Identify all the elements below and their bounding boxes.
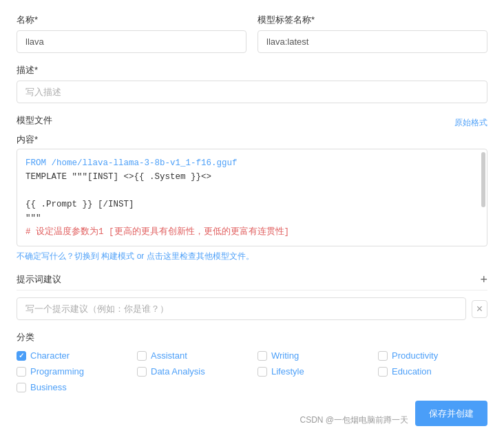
code-line-2: TEMPLATE """[INST] <>{{ .System }}<> (25, 170, 479, 184)
category-programming[interactable]: Programming (17, 366, 126, 377)
desc-label: 描述* (17, 64, 487, 76)
checkbox-business[interactable] (17, 383, 26, 392)
label-lifestyle: Lifestyle (271, 366, 304, 377)
prompt-input[interactable] (17, 297, 466, 320)
category-grid: Character Assistant Writing Productivity… (17, 350, 487, 392)
model-file-header: 模型文件 原始格式 (17, 114, 487, 131)
label-productivity: Productivity (392, 350, 438, 361)
label-writing: Writing (271, 350, 299, 361)
checkbox-assistant[interactable] (137, 351, 147, 361)
add-prompt-button[interactable]: + (480, 273, 487, 286)
category-assistant[interactable]: Assistant (137, 350, 246, 361)
category-lifestyle[interactable]: Lifestyle (258, 366, 367, 377)
name-input[interactable] (17, 30, 246, 53)
desc-group: 描述* (17, 64, 487, 103)
category-productivity[interactable]: Productivity (378, 350, 487, 361)
prompt-header: 提示词建议 + (17, 273, 487, 291)
name-label: 名称* (17, 14, 246, 26)
checkbox-productivity[interactable] (378, 351, 388, 361)
label-assistant: Assistant (151, 350, 187, 361)
name-group: 名称* (17, 14, 246, 53)
category-data-analysis[interactable]: Data Analysis (137, 366, 246, 377)
prompt-section: 提示词建议 + × (17, 273, 487, 320)
desc-input[interactable] (17, 81, 487, 103)
remove-prompt-button[interactable]: × (472, 300, 487, 318)
checkbox-writing[interactable] (258, 351, 267, 361)
code-line-3 (25, 184, 479, 198)
code-line-4: {{ .Prompt }} [/INST] (25, 198, 479, 211)
category-section: 分类 Character Assistant Writing Productiv… (17, 331, 487, 392)
bottom-bar: CSDN @一包烟电脑前蹲一天 保存并创建 (17, 401, 487, 426)
checkbox-character[interactable] (17, 351, 26, 361)
checkbox-programming[interactable] (17, 367, 26, 377)
tag-group: 模型标签名称* (258, 14, 487, 53)
label-programming: Programming (30, 366, 84, 377)
label-data-analysis: Data Analysis (151, 366, 205, 377)
tag-label: 模型标签名称* (258, 14, 487, 26)
category-education[interactable]: Education (378, 366, 487, 377)
prompt-title: 提示词建议 (17, 273, 61, 286)
categories-title: 分类 (17, 331, 487, 344)
prompt-input-row: × (17, 297, 487, 320)
content-label: 内容* (17, 134, 38, 145)
scrollbar[interactable] (481, 152, 485, 207)
checkbox-lifestyle[interactable] (258, 367, 267, 377)
label-business: Business (30, 382, 67, 392)
code-line-5: """ (25, 211, 479, 225)
code-line-1: FROM /home/llava-llama-3-8b-v1_1-f16.ggu… (25, 156, 479, 170)
name-tag-row: 名称* 模型标签名称* (17, 14, 487, 53)
model-file-label: 模型文件 (17, 114, 52, 127)
checkbox-education[interactable] (378, 367, 388, 377)
checkbox-data-analysis[interactable] (137, 367, 147, 377)
code-editor[interactable]: FROM /home/llava-llama-3-8b-v1_1-f16.ggu… (17, 149, 487, 246)
raw-format-link[interactable]: 原始格式 (454, 117, 487, 129)
category-writing[interactable]: Writing (258, 350, 367, 361)
hint-text[interactable]: 不确定写什么？切换到 构建模式 or 点击这里检查其他模型文件。 (17, 251, 487, 262)
save-create-button[interactable]: 保存并创建 (415, 401, 487, 426)
code-line-6: # 设定温度参数为1 [更高的更具有创新性，更低的更富有连贯性] (25, 225, 479, 239)
category-character[interactable]: Character (17, 350, 126, 361)
tag-input[interactable] (258, 30, 487, 53)
label-education: Education (392, 366, 432, 377)
category-business[interactable]: Business (17, 382, 126, 392)
label-character: Character (30, 350, 70, 361)
watermark: CSDN @一包烟电脑前蹲一天 (17, 414, 408, 426)
